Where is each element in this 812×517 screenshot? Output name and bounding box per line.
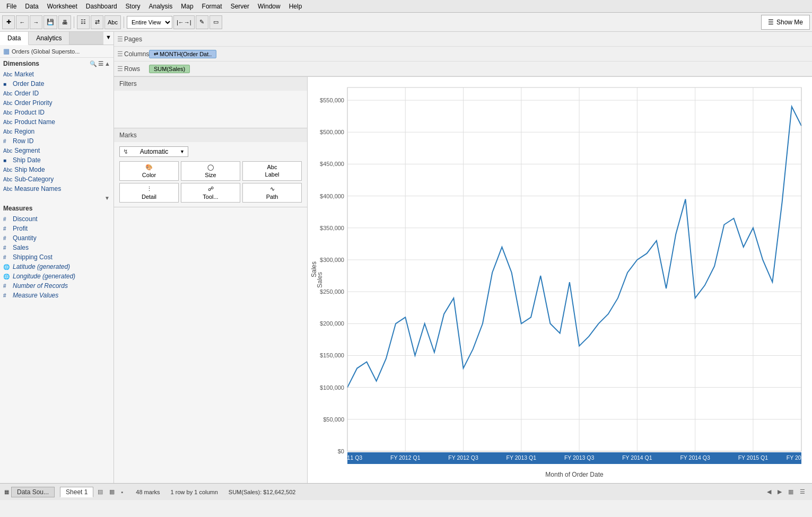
toolbar-labels[interactable]: Abc <box>104 15 121 29</box>
field-measure-values[interactable]: #Measure Values <box>0 291 113 300</box>
chevron-down-icon[interactable]: ▼ <box>103 195 111 201</box>
field-row-id[interactable]: #Row ID <box>0 136 113 146</box>
toolbar-edit[interactable]: ✎ <box>196 15 208 29</box>
view-select[interactable]: Entire View <box>127 16 172 29</box>
field-measure-names[interactable]: AbcMeasure Names <box>0 184 113 194</box>
dimensions-scroll-up[interactable]: ▲ <box>104 60 110 67</box>
chart-area: Sales $0$50,000$100,000$150,000$200,000$… <box>308 77 812 483</box>
bar-chart-icon: ☰ <box>768 19 774 26</box>
nav-list[interactable]: ☰ <box>797 487 808 496</box>
pages-shelf-icon: ☰ <box>117 36 123 43</box>
field-segment[interactable]: AbcSegment <box>0 146 113 155</box>
dashboard-icon[interactable]: ▩ <box>107 487 117 496</box>
svg-text:FY 2013 Q3: FY 2013 Q3 <box>564 454 595 461</box>
sep-2 <box>124 16 124 28</box>
filters-card: Filters <box>114 77 307 128</box>
menu-story[interactable]: Story <box>121 2 145 11</box>
field-product-name[interactable]: AbcProduct Name <box>0 117 113 127</box>
data-source-name: Orders (Global Supersto... <box>12 48 80 55</box>
field-discount[interactable]: #Discount <box>0 214 113 224</box>
nav-grid[interactable]: ▦ <box>785 487 796 496</box>
data-source[interactable]: ▦ Orders (Global Supersto... <box>0 45 113 58</box>
right-panel: ☰ Pages ☰ Columns ⇄ MONTH(Order Dat.. <box>114 32 812 483</box>
rows-label: ☰ Rows <box>114 65 146 73</box>
tab-data[interactable]: Data <box>0 32 29 45</box>
marks-type-select[interactable]: ↯ Automatic ▼ <box>119 146 188 157</box>
field-longitude[interactable]: 🌐Longitude (generated) <box>0 271 113 281</box>
sheet1-tab[interactable]: Sheet 1 <box>60 487 93 497</box>
panel-options[interactable]: ▼ <box>103 32 113 45</box>
row-pill[interactable]: SUM(Sales) <box>149 65 190 73</box>
hash-icon2: # <box>3 216 11 222</box>
toolbar-fit[interactable]: |←→| <box>173 15 195 29</box>
toolbar-save[interactable]: 💾 <box>43 15 57 29</box>
marks-tooltip-btn[interactable]: ☍ Tool... <box>181 183 240 203</box>
tab-analytics[interactable]: Analytics <box>29 32 69 45</box>
marks-path-btn[interactable]: ∿ Path <box>242 183 302 203</box>
toolbar-back[interactable]: ← <box>16 15 29 29</box>
field-ship-mode[interactable]: AbcShip Mode <box>0 165 113 174</box>
dimensions-sort-icon[interactable]: ☰ <box>98 60 103 67</box>
field-ship-date[interactable]: ■Ship Date <box>0 155 113 165</box>
new-sheet-icon[interactable]: ▤ <box>95 487 105 496</box>
toolbar-print[interactable]: 🖶 <box>58 15 71 29</box>
abc-icon6: Abc <box>3 129 12 135</box>
marks-label-btn[interactable]: Abc Label <box>242 161 302 181</box>
field-quantity[interactable]: #Quantity <box>0 233 113 243</box>
field-sales[interactable]: #Sales <box>0 243 113 252</box>
dimensions-list: AbcMarket ■Order Date AbcOrder ID AbcOrd… <box>0 69 113 194</box>
menu-server[interactable]: Server <box>226 2 254 11</box>
svg-text:$0: $0 <box>338 448 344 454</box>
svg-text:$300,000: $300,000 <box>320 257 344 263</box>
menu-format[interactable]: Format <box>198 2 226 11</box>
nav-next[interactable]: ▶ <box>775 487 784 496</box>
workspace: Filters Marks ↯ Automatic ▼ <box>114 77 812 483</box>
field-region[interactable]: AbcRegion <box>0 127 113 136</box>
marks-size-btn[interactable]: ◯ Size <box>181 161 240 181</box>
menu-file[interactable]: File <box>2 2 21 11</box>
show-me-button[interactable]: ☰ Show Me <box>761 15 810 30</box>
field-order-id[interactable]: AbcOrder ID <box>0 89 113 98</box>
field-market[interactable]: AbcMarket <box>0 69 113 79</box>
marks-detail-btn[interactable]: ⋮ Detail <box>119 183 179 203</box>
field-shipping-cost[interactable]: #Shipping Cost <box>0 252 113 262</box>
columns-label: ☰ Columns <box>114 50 146 58</box>
menu-window[interactable]: Window <box>254 2 285 11</box>
menu-worksheet[interactable]: Worksheet <box>43 2 82 11</box>
field-latitude[interactable]: 🌐Latitude (generated) <box>0 262 113 271</box>
toolbar-present[interactable]: ▭ <box>209 15 222 29</box>
measures-label: Measures <box>3 205 32 212</box>
field-product-id[interactable]: AbcProduct ID <box>0 108 113 117</box>
menu-dashboard[interactable]: Dashboard <box>82 2 121 11</box>
toolbar-swap[interactable]: ⇄ <box>91 15 103 29</box>
field-sub-category[interactable]: AbcSub-Category <box>0 174 113 184</box>
pill-icon: ⇄ <box>154 51 158 57</box>
menu-map[interactable]: Map <box>177 2 197 11</box>
field-order-priority[interactable]: AbcOrder Priority <box>0 98 113 108</box>
rows-shelf-icon: ☰ <box>117 65 123 73</box>
nav-prev[interactable]: ◀ <box>764 487 774 496</box>
story-icon[interactable]: ▪ <box>119 488 125 496</box>
dimensions-info: 1 row by 1 column <box>171 489 218 495</box>
toolbar-new[interactable]: ✚ <box>2 15 15 29</box>
dimensions-search-icon[interactable]: 🔍 <box>90 60 97 67</box>
column-pill[interactable]: ⇄ MONTH(Order Dat.. <box>149 50 216 58</box>
filters-content[interactable] <box>114 91 307 128</box>
toolbar-chart-type[interactable]: ☷ <box>77 15 90 29</box>
menu-data[interactable]: Data <box>21 2 42 11</box>
field-profit[interactable]: #Profit <box>0 224 113 233</box>
menu-help[interactable]: Help <box>285 2 307 11</box>
datasource-tab[interactable]: Data Sou... <box>11 487 55 497</box>
toolbar-forward[interactable]: → <box>30 15 42 29</box>
menu-analysis[interactable]: Analysis <box>145 2 177 11</box>
svg-text:FY 2012 Q3: FY 2012 Q3 <box>448 454 478 461</box>
svg-text:FY 2012 Q1: FY 2012 Q1 <box>390 454 421 461</box>
toolbar: ✚ ← → 💾 🖶 ☷ ⇄ Abc Entire View |←→| ✎ ▭ ☰… <box>0 13 812 32</box>
svg-text:$450,000: $450,000 <box>320 161 344 167</box>
marks-color-btn[interactable]: 🎨 Color <box>119 161 179 181</box>
field-order-date[interactable]: ■Order Date <box>0 79 113 89</box>
abc-icon: Abc <box>3 72 12 77</box>
field-number-of-records[interactable]: #Number of Records <box>0 281 113 291</box>
dim-scroll-down[interactable]: ▼ <box>0 194 113 203</box>
abc-icon10: Abc <box>3 186 12 192</box>
